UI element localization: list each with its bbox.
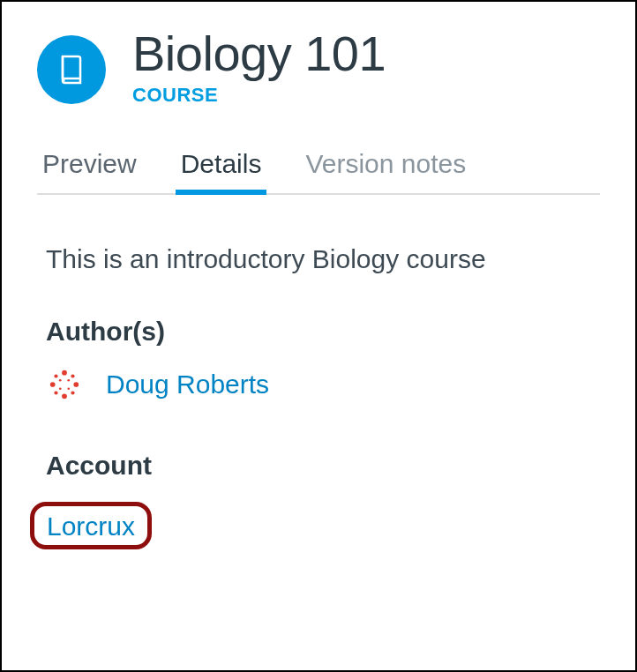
tabs: Preview Details Version notes	[37, 149, 600, 195]
course-icon	[37, 35, 106, 104]
tab-version-notes[interactable]: Version notes	[305, 149, 466, 193]
account-heading: Account	[46, 451, 600, 481]
course-description: This is an introductory Biology course	[46, 244, 600, 274]
tab-preview[interactable]: Preview	[42, 149, 137, 193]
account-link[interactable]: Lorcrux	[47, 511, 135, 541]
svg-point-0	[62, 370, 67, 376]
svg-point-10	[59, 387, 62, 390]
header: Biology 101 COURSE	[37, 28, 600, 107]
author-link[interactable]: Doug Roberts	[106, 370, 269, 399]
svg-point-8	[59, 379, 62, 382]
svg-point-3	[73, 382, 79, 387]
svg-point-11	[67, 387, 70, 390]
course-details-panel: Biology 101 COURSE Preview Details Versi…	[0, 0, 637, 672]
author-avatar-icon	[48, 368, 81, 401]
highlight-annotation: Lorcrux	[30, 502, 152, 549]
page-title: Biology 101	[132, 28, 386, 80]
resource-type-label: COURSE	[132, 84, 386, 107]
svg-point-5	[71, 374, 74, 377]
tab-details[interactable]: Details	[181, 149, 262, 193]
svg-point-9	[67, 379, 70, 382]
details-content: This is an introductory Biology course A…	[37, 244, 600, 549]
svg-point-6	[54, 391, 57, 394]
authors-heading: Author(s)	[46, 317, 600, 347]
svg-point-1	[62, 393, 67, 399]
svg-point-4	[54, 374, 57, 377]
svg-point-7	[71, 391, 74, 394]
title-block: Biology 101 COURSE	[132, 28, 386, 107]
author-row: Doug Roberts	[46, 368, 600, 401]
svg-point-2	[50, 382, 56, 387]
